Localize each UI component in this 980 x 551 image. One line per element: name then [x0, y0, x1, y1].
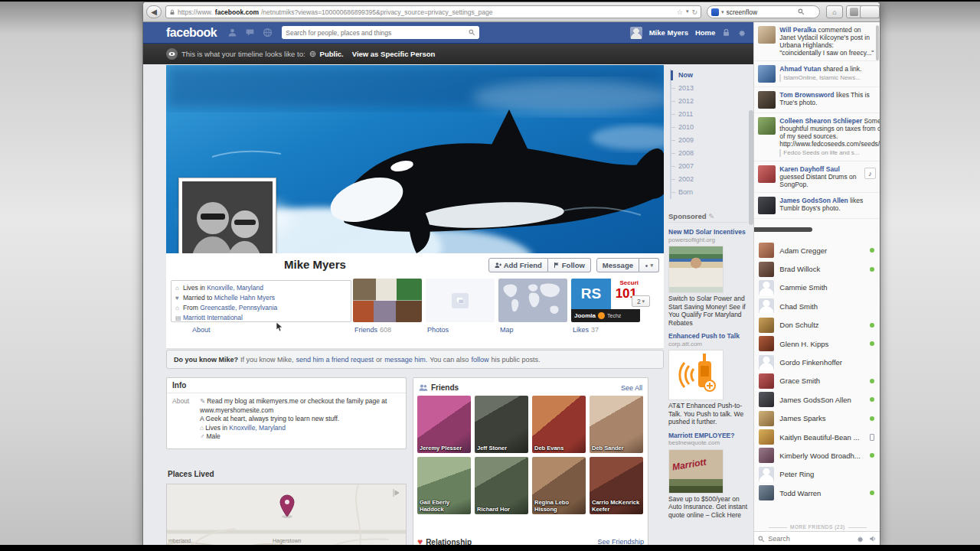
likes-tile[interactable]: RS Securi 101 Joomla Techz — [571, 279, 640, 322]
timeline-year[interactable]: 2009 — [678, 134, 753, 147]
browser-search-input[interactable] — [727, 8, 795, 16]
ticker-story[interactable]: Colleen Shearon Schlieper Some thoughtfu… — [754, 113, 880, 161]
chat-friend[interactable]: James Sparks — [754, 409, 880, 428]
map-tile-label[interactable]: Map — [500, 326, 514, 334]
friends-tile-label[interactable]: Friends608 — [354, 326, 391, 334]
ad-solar[interactable]: New MD Solar Incentives powersoflight.or… — [668, 228, 748, 327]
timeline-year[interactable]: 2010 — [678, 121, 753, 134]
chat-friend[interactable]: Adam Cregger — [754, 241, 880, 259]
photos-tile[interactable] — [426, 279, 495, 322]
chat-friend[interactable]: Don Schultz — [754, 316, 880, 334]
timeline-year[interactable]: 2008 — [678, 147, 753, 160]
page-scrollbar[interactable] — [749, 110, 753, 225]
friend-request-link[interactable]: send him a friend request — [296, 356, 374, 364]
timeline-year[interactable]: 2007 — [678, 160, 753, 173]
lives-in-link[interactable]: Knoxville, Maryland — [229, 424, 286, 432]
more-sections-button[interactable]: 2▾ — [632, 295, 650, 307]
add-friend-button[interactable]: Add Friend — [488, 258, 548, 272]
facebook-search-input[interactable] — [286, 29, 469, 37]
friend-tile[interactable]: Jeremy Plesser — [417, 396, 471, 453]
chat-sound-icon[interactable] — [869, 535, 877, 543]
ticker-story[interactable]: Will Peralka commented on Janet Vytlacil… — [754, 22, 880, 61]
chat-search-bar[interactable] — [754, 531, 880, 545]
reload-icon[interactable]: ↻ — [691, 8, 697, 16]
timeline-year[interactable]: 2011 — [678, 108, 753, 121]
profile-avatar[interactable] — [630, 27, 642, 39]
photos-tile-label[interactable]: Photos — [427, 326, 449, 334]
messages-icon[interactable] — [245, 28, 255, 37]
likes-tile-label[interactable]: Likes37 — [573, 326, 599, 334]
see-friendship-link[interactable]: See Friendship — [597, 538, 644, 545]
friend-tile[interactable]: Deb Sander — [590, 396, 643, 453]
summary-spouse-link[interactable]: Michelle Hahn Myers — [214, 294, 275, 302]
friend-tile[interactable]: Richard Hor — [475, 457, 528, 514]
friend-requests-icon[interactable] — [227, 28, 237, 37]
chat-friend[interactable]: Brad Willock — [754, 259, 880, 278]
friend-tile[interactable]: Deb Evans — [532, 396, 586, 453]
timeline-year[interactable]: 2013 — [678, 82, 753, 95]
timeline-year-born[interactable]: Born — [678, 186, 753, 199]
notifications-icon[interactable] — [263, 28, 273, 37]
friend-tile[interactable]: Jeff Stoner — [475, 396, 528, 453]
browser-search[interactable]: ▾ — [707, 5, 820, 18]
facebook-logo[interactable]: facebook — [166, 26, 217, 40]
privacy-shortcuts-icon[interactable] — [722, 28, 730, 37]
chat-friend[interactable]: James GodsSon Allen — [754, 390, 880, 409]
timeline-year[interactable]: 2002 — [678, 173, 753, 186]
ticker-scrollbar[interactable] — [876, 25, 879, 60]
ticker-attachment[interactable]: Fedco Seeds on life and s... — [779, 149, 880, 157]
chat-friend[interactable]: Peter Ring — [754, 465, 880, 484]
profile-options-button[interactable]: ▾ — [639, 258, 659, 272]
friends-tile[interactable] — [353, 279, 422, 322]
back-button[interactable]: ◀ — [146, 5, 162, 18]
ticker-story[interactable]: Karen Dayhoff Saul guessed Distant Drums… — [754, 161, 880, 193]
facebook-search[interactable] — [282, 26, 479, 39]
view-as-specific-person-button[interactable]: View as Specific Person — [352, 50, 436, 58]
friend-tile[interactable]: Carrio McKenrick Keefer — [590, 457, 643, 514]
summary-lives-link[interactable]: Knoxville, Maryland — [207, 284, 263, 292]
chat-friend[interactable]: Kaitlyn Beautiful-Bean ... — [754, 428, 880, 446]
url-bar[interactable]: https://www.facebook.com/netnutmiks?view… — [165, 5, 701, 18]
chat-friend[interactable]: Todd Warren — [754, 484, 880, 502]
places-lived-map[interactable]: Hagerstown mberland — [166, 484, 407, 545]
settings-gear-icon[interactable] — [737, 28, 746, 37]
summary-hometown-link[interactable]: Greencastle, Pennsylvania — [200, 304, 277, 311]
summary-work-link[interactable]: Marriott International — [183, 314, 243, 321]
nav-profile-name[interactable]: Mike Myers — [649, 28, 688, 37]
ticker-story[interactable]: Ahmad Yutan shared a link. IslamOnline, … — [754, 61, 880, 87]
timeline-year-now[interactable]: Now — [678, 69, 753, 82]
follow-link[interactable]: follow — [471, 356, 488, 364]
nav-home-link[interactable]: Home — [695, 28, 715, 37]
ticker-attachment[interactable]: IslamOnline, Islamic News... — [779, 74, 861, 82]
ticker-story[interactable]: Tom Brownsword likes This is True's phot… — [754, 87, 880, 113]
chat-friend[interactable]: Kimberly Wood Broadh... — [754, 446, 880, 465]
chat-friend[interactable]: Cammie Smith — [754, 279, 880, 297]
viewas-audience[interactable]: Public. — [320, 50, 344, 58]
chat-friend[interactable]: Grace Smith — [754, 372, 880, 390]
ticker-story[interactable]: James GodsSon Allen likes Tumblr Boys's … — [754, 193, 880, 219]
search-icon[interactable] — [469, 29, 475, 36]
see-all-link[interactable]: See All — [621, 384, 642, 392]
timeline-year[interactable]: 2012 — [678, 95, 753, 108]
chat-friend[interactable]: Gordo Finkenhoffer — [754, 353, 880, 371]
chat-settings-icon[interactable] — [856, 535, 864, 543]
map-tile[interactable] — [498, 279, 567, 322]
message-him-link[interactable]: message him. — [384, 356, 427, 364]
ticker-resize-handle[interactable] — [754, 227, 812, 232]
friend-tile[interactable]: Regina Lebo Hissong — [532, 457, 586, 514]
chat-friend[interactable]: Glenn H. Kipps — [754, 334, 880, 353]
sponsored-edit-icon[interactable]: ✎ — [708, 212, 714, 220]
friend-tile[interactable]: Gail Eberly Haddock — [417, 457, 471, 514]
about-link[interactable]: About — [192, 326, 211, 334]
bookmark-star-icon[interactable]: ☆ — [677, 8, 683, 16]
engine-dropdown-icon[interactable]: ▾ — [721, 9, 724, 15]
url-dropdown-icon[interactable]: ▾ — [686, 8, 689, 16]
search-icon[interactable] — [798, 8, 805, 15]
chat-search-input[interactable] — [768, 535, 834, 543]
ad-att[interactable]: Enhanced Push to Talk corp.att.com — [668, 332, 748, 426]
ad-marriott[interactable]: Marriott EMPLOYEE? bestnewquote.com Marr… — [668, 432, 748, 520]
message-button[interactable]: Message — [596, 258, 639, 272]
chat-friend[interactable]: Chad Smith — [754, 297, 880, 315]
follow-button[interactable]: Follow — [548, 258, 591, 272]
search-engine-icon[interactable] — [711, 8, 719, 16]
